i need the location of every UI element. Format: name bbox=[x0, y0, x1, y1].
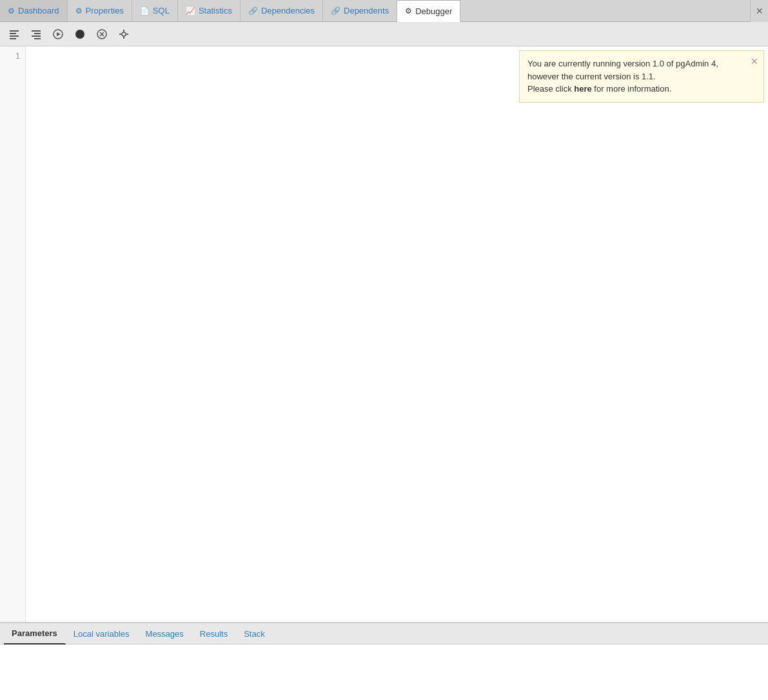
svg-rect-2 bbox=[10, 35, 19, 37]
editor-area: 1 ✕ You are currently running version 1.… bbox=[0, 46, 768, 623]
step-in-icon bbox=[9, 29, 19, 39]
settings-button[interactable] bbox=[113, 25, 134, 43]
svg-marker-9 bbox=[57, 32, 61, 36]
tab-statistics-label: Statistics bbox=[199, 6, 232, 15]
stop-button[interactable] bbox=[70, 25, 90, 43]
step-out-button[interactable] bbox=[26, 25, 46, 43]
svg-rect-0 bbox=[10, 30, 19, 32]
tab-properties-label: Properties bbox=[86, 6, 124, 15]
tab-statistics[interactable]: 📈 Statistics bbox=[178, 0, 241, 21]
tab-messages[interactable]: Messages bbox=[138, 623, 192, 645]
line-numbers: 1 bbox=[0, 46, 26, 622]
tab-sql[interactable]: 📄 SQL bbox=[132, 0, 178, 21]
tab-dashboard[interactable]: ⚙ Dashboard bbox=[0, 0, 68, 21]
tab-bar: ⚙ Dashboard ⚙ Properties 📄 SQL 📈 Statist… bbox=[0, 0, 768, 22]
continue-icon bbox=[53, 29, 63, 39]
properties-icon: ⚙ bbox=[75, 6, 83, 15]
tab-local-variables-label: Local variables bbox=[74, 629, 130, 639]
notification-link[interactable]: here bbox=[574, 84, 591, 94]
tab-dependents-label: Dependents bbox=[344, 6, 389, 15]
svg-rect-18 bbox=[126, 34, 128, 35]
tab-parameters[interactable]: Parameters bbox=[4, 623, 66, 645]
tab-sql-label: SQL bbox=[153, 6, 170, 15]
main-content: 1 ✕ You are currently running version 1.… bbox=[0, 46, 768, 700]
step-out-icon bbox=[31, 29, 41, 39]
svg-point-14 bbox=[122, 32, 126, 36]
continue-button[interactable] bbox=[48, 25, 68, 43]
tab-local-variables[interactable]: Local variables bbox=[66, 623, 138, 645]
svg-rect-5 bbox=[34, 33, 41, 34]
tab-results-label: Results bbox=[200, 629, 228, 639]
tab-dependents[interactable]: 🔗 Dependents bbox=[323, 0, 397, 21]
svg-rect-7 bbox=[34, 38, 41, 39]
version-notification: ✕ You are currently running version 1.0 … bbox=[519, 50, 764, 103]
stop-icon bbox=[75, 29, 85, 39]
dependents-icon: 🔗 bbox=[331, 6, 340, 15]
tab-debugger-label: Debugger bbox=[415, 6, 452, 16]
svg-rect-17 bbox=[119, 34, 121, 35]
bottom-tab-bar: Parameters Local variables Messages Resu… bbox=[0, 623, 768, 645]
notification-text-3: for more information. bbox=[592, 84, 672, 94]
clear-button[interactable] bbox=[92, 25, 112, 43]
tab-close-area: ✕ bbox=[750, 0, 768, 21]
tab-stack-label: Stack bbox=[244, 629, 265, 639]
dashboard-icon: ⚙ bbox=[8, 6, 15, 15]
svg-rect-1 bbox=[10, 33, 16, 34]
debugger-icon: ⚙ bbox=[405, 6, 412, 15]
notification-close[interactable]: ✕ bbox=[751, 55, 758, 68]
tab-dependencies-label: Dependencies bbox=[261, 6, 315, 15]
tab-debugger[interactable]: ⚙ Debugger bbox=[397, 0, 460, 22]
debugger-toolbar bbox=[0, 22, 768, 46]
clear-icon bbox=[97, 29, 107, 39]
tab-dependencies[interactable]: 🔗 Dependencies bbox=[241, 0, 323, 21]
bottom-panel: Parameters Local variables Messages Resu… bbox=[0, 623, 768, 700]
tab-messages-label: Messages bbox=[146, 629, 184, 639]
code-editor[interactable] bbox=[26, 46, 768, 622]
statistics-icon: 📈 bbox=[186, 6, 195, 15]
sql-icon: 📄 bbox=[140, 6, 150, 15]
svg-rect-15 bbox=[123, 30, 124, 32]
step-in-button[interactable] bbox=[4, 25, 25, 43]
svg-rect-4 bbox=[32, 30, 41, 32]
notification-text-1: You are currently running version 1.0 of… bbox=[527, 59, 718, 81]
tab-dashboard-label: Dashboard bbox=[18, 6, 59, 15]
svg-rect-3 bbox=[10, 38, 16, 39]
svg-rect-6 bbox=[32, 35, 41, 37]
notification-text-2: Please click bbox=[527, 84, 574, 94]
tab-parameters-label: Parameters bbox=[12, 628, 57, 638]
bottom-content bbox=[0, 645, 768, 700]
close-button[interactable]: ✕ bbox=[750, 0, 768, 22]
tab-properties[interactable]: ⚙ Properties bbox=[68, 0, 132, 21]
line-number-1: 1 bbox=[0, 50, 20, 62]
svg-rect-16 bbox=[123, 37, 124, 39]
dependencies-icon: 🔗 bbox=[248, 6, 258, 15]
svg-point-10 bbox=[75, 30, 84, 39]
tab-results[interactable]: Results bbox=[192, 623, 236, 645]
settings-icon bbox=[119, 29, 129, 39]
tab-stack[interactable]: Stack bbox=[236, 623, 273, 645]
